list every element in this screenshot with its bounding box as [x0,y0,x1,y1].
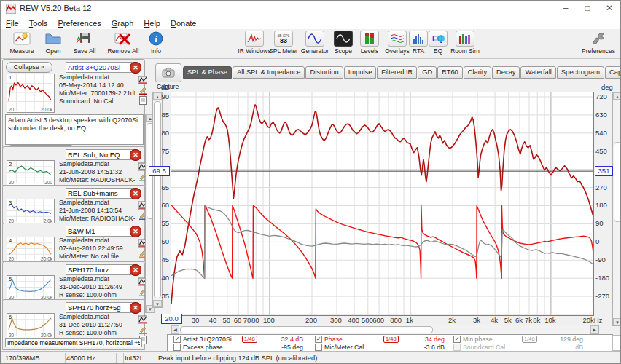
toolbar-button-preferences[interactable]: Preferences [578,31,619,55]
legend-corner-box [612,335,621,351]
smoothing-badge[interactable]: 1/48 [522,336,537,343]
scroll-up-icon[interactable]: ▲ [613,92,621,100]
menu-help[interactable]: Help [138,18,165,28]
menu-graph[interactable]: Graph [106,18,139,28]
thumbnail-number: 5 [9,276,12,282]
measurement-info: Sampledata.mdat31-Dec-2010 11:26:49R sen… [59,275,135,299]
cursor-deg-readout: 351 [595,166,613,176]
legend-checkbox-min-phase[interactable]: ✓ [453,336,461,343]
open-folder-icon [44,31,63,47]
tab-spectrogram[interactable]: Spectrogram [557,66,604,79]
app-icon [6,4,16,14]
legend-value: dB [539,344,583,351]
measurement-title-input[interactable] [66,188,134,199]
menu-tools[interactable]: Tools [24,18,53,28]
measurement-title-input[interactable] [66,149,134,160]
thumbnail-x-max: 200 [44,180,52,185]
thumbnail-number: 6 [9,314,12,320]
maximize-button[interactable]: □ [577,1,598,16]
tab-impulse[interactable]: Impulse [344,66,377,79]
tab-spl-phase[interactable]: SPL & Phase [183,66,232,79]
x-axis-scrollbar[interactable]: ◀ ▶ [171,325,599,335]
measurement-panel-3[interactable]: ✕3202.0kSampledata.mdat21-Jun-2008 14:13… [2,185,145,224]
spl-meter-icon: dB SPL83 [274,31,293,47]
measurement-thumbnail[interactable]: 52020.0k [7,275,55,301]
tab-rt60[interactable]: RT60 [437,66,463,79]
measurement-thumbnail[interactable]: 42020.0k [7,237,55,262]
tab-gd[interactable]: GD [418,66,437,79]
menu-bar: FileToolsPreferencesGraphHelpDonate [1,17,621,30]
delete-measurement-icon[interactable]: ✕ [130,302,141,314]
tab-decay[interactable]: Decay [492,66,520,79]
delete-measurement-icon[interactable]: ✕ [130,264,141,276]
tab-clarity[interactable]: Clarity [464,66,491,79]
trace-color-pencil-icon[interactable] [138,324,147,333]
tab-filtered-ir[interactable]: Filtered IR [377,66,417,79]
tab-all-spl-impedance[interactable]: All SPL & Impedance [233,66,305,79]
toolbar-button-measure[interactable]: Measure [5,31,39,55]
measurement-notes[interactable]: Adam Artist 3 desktop speaker with Q2070… [5,114,144,145]
toolbar-button-remove-all[interactable]: Remove All [103,31,144,55]
y-axis-right-scrollbar[interactable]: ▲ ▼ [612,92,621,326]
delete-measurement-icon[interactable]: ✕ [130,149,141,161]
scroll-down-icon[interactable]: ▼ [613,318,621,325]
collapse-button[interactable]: Collapse « [6,62,52,73]
rew-window: REW V5.20 Beta 12 – □ ✕ FileToolsPrefere… [0,0,621,364]
measurement-panel-1[interactable]: ✕Collapse «12020.0kSampledata.mdat05-May… [2,59,145,160]
impedance-note-input[interactable] [5,338,142,347]
measurement-title-input[interactable] [66,226,134,237]
measurement-title-input[interactable] [66,264,134,275]
thumbnail-number: 2 [9,161,12,167]
toolbar-button-room-sim[interactable]: Room Sim [447,31,483,55]
tab-distortion[interactable]: Distortion [305,66,343,79]
info-icon: i [147,31,165,47]
remove-all-icon [114,31,133,47]
delete-measurement-icon[interactable]: ✕ [130,226,141,237]
scope-icon [334,31,353,47]
measurement-actions-icon[interactable] [138,314,147,323]
measurement-panel-6[interactable]: ✕62020.0kSampledata.mdat31-Dec-2010 11:2… [2,299,145,350]
measurement-thumbnail[interactable]: 12020.0k [7,74,55,113]
measurement-panel-4[interactable]: ✕42020.0kSampledata.mdat07-Aug-2010 22:4… [2,223,145,262]
measurement-thumbnail[interactable]: 62020.0k [7,313,55,339]
menu-file[interactable]: File [1,18,24,28]
spl-phase-plot[interactable] [171,92,594,316]
status-sample-format: Int32L [122,353,157,363]
legend-checkbox-soundcard-cal[interactable] [453,344,461,351]
y-right-tick-label: 180 [595,201,607,209]
delete-measurement-icon[interactable]: ✕ [130,188,141,199]
measurement-title-input[interactable] [66,62,134,73]
y-left-tick-label: 50 [149,237,169,245]
toolbar-button-generator[interactable]: Generator [297,31,333,55]
thumbnail-x-min: 20 [9,180,14,185]
cursor-freq-readout: 20.0 [161,314,182,324]
trace-artist-3-q2070si [171,105,593,304]
capture-button[interactable] [155,63,181,82]
toolbar-button-save-all[interactable]: Save All [68,31,101,55]
notes-icon[interactable] [138,95,147,103]
measurement-thumbnail[interactable]: 220200 [7,160,55,186]
thumbnail-x-max: 20.0k [41,107,52,112]
scroll-down-icon[interactable]: ▼ [153,300,162,307]
measurement-actions-icon[interactable] [138,74,147,83]
toolbar-button-scope[interactable]: Scope [329,31,358,55]
toolbar-button-open[interactable]: Open [40,31,66,55]
tab-waterfall[interactable]: Waterfall [520,66,555,79]
measurement-title-input[interactable] [66,302,134,313]
toolbar-button-info[interactable]: i Info [145,31,167,55]
minimize-button[interactable]: – [555,1,577,16]
trace-color-pencil-icon[interactable] [138,84,147,93]
trace-phase [171,205,593,278]
measurement-thumbnail[interactable]: 3202.0k [7,199,55,224]
close-button[interactable]: ✕ [598,1,620,16]
delete-measurement-icon[interactable]: ✕ [130,62,141,74]
scroll-right-icon[interactable]: ▶ [590,325,598,334]
measurement-panel-5[interactable]: ✕52020.0kSampledata.mdat31-Dec-2010 11:2… [2,261,145,301]
measurement-list: ✕Collapse «12020.0kSampledata.mdat05-May… [1,58,155,351]
toolbar-button-eq[interactable]: EQ EQ [427,31,449,55]
measurement-panel-2[interactable]: ✕220200Sampledata.mdat21-Jun-2008 14:51:… [2,146,145,186]
scroll-left-icon[interactable]: ◀ [171,325,179,334]
menu-donate[interactable]: Donate [165,18,201,28]
menu-preferences[interactable]: Preferences [52,18,106,28]
tab-captured[interactable]: Captured [605,66,621,79]
